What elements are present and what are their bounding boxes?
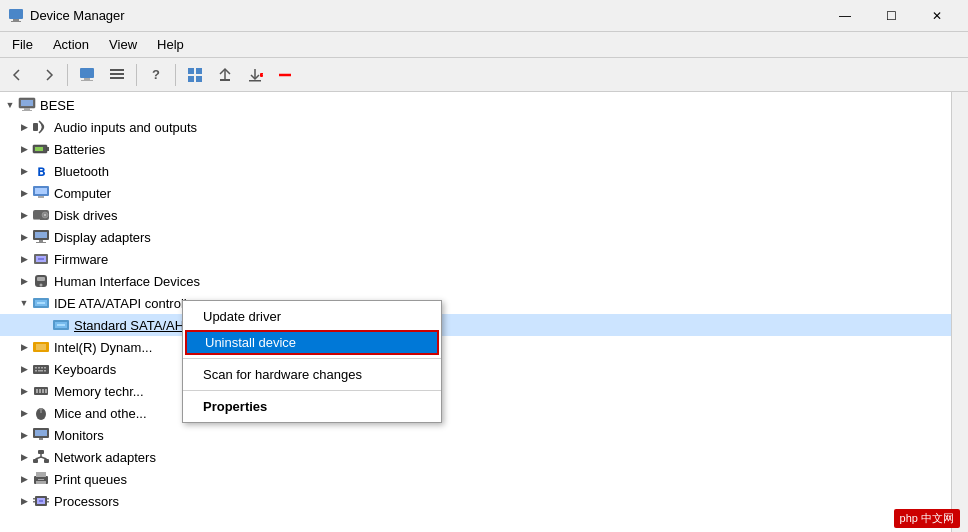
tree-firmware[interactable]: ▶ Firmware <box>0 248 951 270</box>
toolbar-sep-1 <box>67 64 68 86</box>
tree-root[interactable]: ▼ BESE <box>0 94 951 116</box>
device-tree[interactable]: ▼ BESE ▶ Audio inputs and <box>0 92 951 532</box>
tree-display[interactable]: ▶ Display adapters <box>0 226 951 248</box>
svg-point-30 <box>44 214 46 216</box>
tree-monitors[interactable]: ▶ Monitors <box>0 424 951 446</box>
toolbar-forward[interactable] <box>34 61 62 89</box>
menu-view[interactable]: View <box>101 35 145 54</box>
toolbar-back[interactable] <box>4 61 32 89</box>
expand-keyboards[interactable]: ▶ <box>16 361 32 377</box>
ctx-sep-1 <box>183 358 441 359</box>
tree-disk[interactable]: ▶ Disk drives <box>0 204 951 226</box>
svg-rect-10 <box>196 68 202 74</box>
expand-hid[interactable]: ▶ <box>16 273 32 289</box>
expand-monitors[interactable]: ▶ <box>16 427 32 443</box>
svg-rect-27 <box>38 196 44 198</box>
icon-display <box>32 228 50 246</box>
svg-rect-14 <box>249 80 261 82</box>
tree-hid[interactable]: ▶ Human Interface Devices <box>0 270 951 292</box>
close-button[interactable]: ✕ <box>914 0 960 32</box>
expand-ide[interactable]: ▼ <box>16 295 32 311</box>
svg-rect-62 <box>45 389 47 393</box>
toolbar: ? ✕ <box>0 58 968 92</box>
scrollbar[interactable] <box>951 92 968 532</box>
tree-keyboards-label: Keyboards <box>54 362 116 377</box>
expand-disk[interactable]: ▶ <box>16 207 32 223</box>
svg-rect-35 <box>36 242 46 243</box>
tree-intel[interactable]: ▶ Intel(R) Dynam... <box>0 336 951 358</box>
tree-batteries[interactable]: ▶ Batteries <box>0 138 951 160</box>
minimize-button[interactable]: — <box>822 0 868 32</box>
svg-rect-23 <box>47 147 49 151</box>
tree-memory[interactable]: ▶ Memory techr... <box>0 380 951 402</box>
toolbar-properties[interactable] <box>73 61 101 89</box>
ctx-sep-2 <box>183 390 441 391</box>
ctx-scan-hardware[interactable]: Scan for hardware changes <box>183 362 441 387</box>
ctx-uninstall-device[interactable]: Uninstall device <box>185 330 439 355</box>
expand-print[interactable]: ▶ <box>16 471 32 487</box>
tree-bluetooth[interactable]: ▶ ʙ Bluetooth <box>0 160 951 182</box>
toolbar-download[interactable]: ✕ <box>241 61 269 89</box>
icon-memory <box>32 382 50 400</box>
expand-memory[interactable]: ▶ <box>16 383 32 399</box>
tree-sata[interactable]: ▶ Standard SATA/AHCI Controller <box>0 314 951 336</box>
icon-computer <box>32 184 50 202</box>
menu-help[interactable]: Help <box>149 35 192 54</box>
toolbar-list[interactable] <box>103 61 131 89</box>
tree-keyboards[interactable]: ▶ Keyboards <box>0 358 951 380</box>
expand-batteries[interactable]: ▶ <box>16 141 32 157</box>
tree-mice-label: Mice and othe... <box>54 406 147 421</box>
svg-rect-80 <box>39 500 43 502</box>
icon-print <box>32 470 50 488</box>
tree-ide[interactable]: ▼ IDE ATA/ATAPI controllers <box>0 292 951 314</box>
svg-rect-60 <box>39 389 41 393</box>
toolbar-remove[interactable] <box>271 61 299 89</box>
ctx-properties[interactable]: Properties <box>183 394 441 419</box>
expand-bluetooth[interactable]: ▶ <box>16 163 32 179</box>
icon-mice <box>32 404 50 422</box>
expand-computer[interactable]: ▶ <box>16 185 32 201</box>
svg-rect-52 <box>38 367 40 369</box>
expand-root[interactable]: ▼ <box>2 97 18 113</box>
svg-rect-77 <box>38 479 44 480</box>
tree-network[interactable]: ▶ Network adapters <box>0 446 951 468</box>
expand-audio[interactable]: ▶ <box>16 119 32 135</box>
expand-firmware[interactable]: ▶ <box>16 251 32 267</box>
icon-bluetooth: ʙ <box>32 162 50 180</box>
svg-rect-55 <box>35 370 37 372</box>
toolbar-sep-2 <box>136 64 137 86</box>
tree-firmware-label: Firmware <box>54 252 108 267</box>
expand-network[interactable]: ▶ <box>16 449 32 465</box>
svg-rect-20 <box>22 110 32 111</box>
tree-audio[interactable]: ▶ Audio inputs and outputs <box>0 116 951 138</box>
expand-processors[interactable]: ▶ <box>16 493 32 509</box>
tree-computer[interactable]: ▶ Computer <box>0 182 951 204</box>
watermark: php 中文网 <box>894 509 960 528</box>
maximize-button[interactable]: ☐ <box>868 0 914 32</box>
expand-intel[interactable]: ▶ <box>16 339 32 355</box>
svg-rect-84 <box>47 501 49 503</box>
svg-rect-3 <box>80 68 94 78</box>
tree-disk-label: Disk drives <box>54 208 118 223</box>
menu-action[interactable]: Action <box>45 35 97 54</box>
expand-mice[interactable]: ▶ <box>16 405 32 421</box>
tree-processors-label: Processors <box>54 494 119 509</box>
tree-mice[interactable]: ▶ Mice and othe... <box>0 402 951 424</box>
toolbar-up[interactable] <box>211 61 239 89</box>
tree-processors[interactable]: ▶ Processors <box>0 490 951 512</box>
svg-rect-51 <box>35 367 37 369</box>
expand-display[interactable]: ▶ <box>16 229 32 245</box>
toolbar-help[interactable]: ? <box>142 61 170 89</box>
icon-processors <box>32 492 50 510</box>
icon-audio <box>32 118 50 136</box>
svg-rect-75 <box>36 472 46 477</box>
tree-print[interactable]: ▶ Print queues <box>0 468 951 490</box>
menu-file[interactable]: File <box>4 35 41 54</box>
toolbar-view[interactable] <box>181 61 209 89</box>
svg-rect-57 <box>44 370 46 372</box>
svg-rect-4 <box>84 78 90 80</box>
ctx-update-driver[interactable]: Update driver <box>183 304 441 329</box>
menu-bar: File Action View Help <box>0 32 968 58</box>
svg-rect-0 <box>9 9 23 19</box>
svg-rect-7 <box>110 73 124 75</box>
